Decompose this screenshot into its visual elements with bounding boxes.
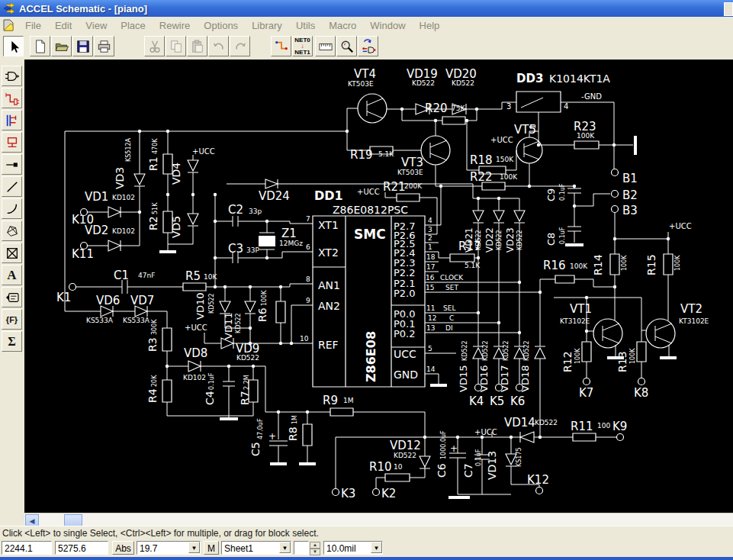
menu-macro[interactable]: Macro — [322, 18, 363, 33]
spinner-field[interactable] — [294, 541, 309, 555]
terminal-circle — [475, 385, 482, 391]
rename-nets-button[interactable]: NET0 ↓ NET1 — [292, 36, 313, 56]
schematic-label: 1M — [343, 397, 354, 404]
place-wire-tool-button[interactable] — [2, 88, 22, 108]
schematic-label: KD522 — [235, 313, 242, 333]
menu-place[interactable]: Place — [114, 18, 153, 33]
schematic-label: VD22 — [484, 227, 495, 253]
schematic-label: K9 — [612, 420, 627, 433]
schematic-label: Z86E0812PSC — [333, 204, 408, 216]
zoom-button[interactable] — [336, 36, 357, 56]
schematic-label: 100K — [570, 262, 588, 270]
place-port-button[interactable] — [2, 132, 22, 153]
copy-button[interactable] — [166, 36, 186, 56]
open-file-button[interactable] — [51, 36, 72, 56]
window-button-clipped[interactable] — [724, 2, 733, 16]
schematic-label: 4 — [564, 102, 568, 111]
schematic-label: 2.2M — [243, 375, 250, 390]
net0-net1-icon: NET0 ↓ NET1 — [294, 37, 310, 56]
schematic-label: 12MGz — [279, 240, 303, 247]
schematic-label: KD522 — [516, 230, 523, 250]
place-field-button[interactable]: {F} — [2, 309, 22, 330]
grid-combo-arrow[interactable]: ▼ — [188, 542, 200, 553]
schematic-label: 47.0uF — [257, 418, 264, 439]
redo-button[interactable] — [230, 36, 250, 56]
junction-dot — [265, 220, 268, 223]
schematic-label: VD8 — [184, 346, 207, 360]
schematic-label: KD522 — [482, 340, 489, 361]
menu-file[interactable]: File — [18, 18, 48, 33]
select-tool-button[interactable] — [3, 36, 24, 56]
schematic-label: 5.1K — [378, 150, 394, 158]
schematic-label: R18 — [470, 153, 493, 167]
place-ref-point-button[interactable] — [2, 243, 22, 263]
place-macro-button[interactable]: Σ — [2, 331, 22, 352]
menu-help[interactable]: Help — [413, 18, 447, 33]
place-polygon-button[interactable] — [2, 220, 22, 241]
document-icon[interactable] — [2, 19, 15, 31]
schematic-label: VD11 — [223, 313, 234, 340]
place-wire-button[interactable] — [271, 36, 291, 56]
schematic-label: KD522 — [452, 79, 474, 87]
place-arc-button[interactable] — [2, 198, 22, 219]
cut-button[interactable] — [144, 36, 165, 56]
menu-rewire[interactable]: Rewire — [153, 18, 197, 33]
coord-y-field[interactable]: 5275.6 — [55, 541, 108, 555]
save-button[interactable] — [72, 36, 93, 56]
junction-dot — [214, 220, 217, 223]
text-tool-glyph: A — [7, 268, 16, 283]
junction-dot — [249, 327, 252, 330]
new-file-button[interactable] — [30, 36, 50, 56]
menu-window[interactable]: Window — [363, 18, 412, 33]
schematic-canvas[interactable]: VT4KT503EVD19KD522VD20KD522DD3K1014KT1A-… — [24, 60, 733, 513]
schematic-label: R5 — [185, 269, 201, 283]
menu-view[interactable]: View — [79, 18, 114, 33]
menu-edit[interactable]: Edit — [48, 18, 79, 33]
schematic-label: K7 — [579, 386, 593, 400]
schematic-label: +UCC — [357, 188, 380, 196]
place-pin-button[interactable] — [2, 154, 22, 175]
macro-button[interactable]: M — [204, 541, 219, 555]
sheet-combo-arrow[interactable]: ▼ — [279, 542, 291, 553]
schematic-label: 100K — [629, 348, 636, 364]
measure-button[interactable] — [315, 36, 336, 56]
terminal-circle — [373, 489, 380, 496]
coord-x-field[interactable]: 2244.1 — [2, 541, 52, 555]
schematic-label: K1 — [56, 291, 71, 304]
undo-button[interactable] — [208, 36, 229, 56]
wire-tool-icon — [275, 40, 288, 53]
pointer-icon — [7, 40, 21, 53]
schematic-label: 13 — [426, 324, 435, 332]
place-attribute-button[interactable] — [2, 287, 22, 307]
schematic-label: 14 — [426, 365, 436, 373]
floppy-icon — [76, 40, 90, 53]
print-button[interactable] — [94, 36, 114, 56]
spin-up-button[interactable]: ▲ — [310, 542, 320, 549]
junction-dot — [481, 436, 484, 439]
schematic-label: R8 — [287, 426, 299, 441]
paste-button[interactable] — [187, 36, 207, 56]
menu-utils[interactable]: Utils — [289, 18, 322, 33]
place-line-button[interactable] — [2, 176, 22, 197]
junction-dot — [227, 365, 230, 368]
junction-dot — [277, 410, 280, 414]
bind-nets-button[interactable] — [358, 36, 378, 56]
menu-library[interactable]: Library — [245, 18, 289, 33]
printer-icon — [97, 40, 111, 53]
line-width-combo-arrow[interactable]: ▼ — [371, 542, 382, 553]
schematic-label: K12 — [527, 473, 549, 487]
schematic-label: + — [450, 443, 458, 454]
abs-rel-button[interactable]: Abs — [112, 541, 134, 555]
place-bus-button[interactable] — [2, 110, 22, 130]
spin-down-button[interactable]: ▼ — [310, 549, 320, 555]
place-text-button[interactable]: A — [2, 265, 22, 285]
schematic-label: VD15 — [458, 365, 469, 392]
place-part-button[interactable] — [2, 66, 22, 86]
menu-options[interactable]: Options — [197, 18, 245, 33]
schematic-label: + — [268, 431, 276, 442]
window-frame-bottom — [0, 557, 733, 560]
horizontal-scrollbar[interactable]: ◀ — [24, 513, 733, 526]
schematic-label: KS512A — [125, 137, 132, 162]
schematic-label: 3 — [428, 226, 432, 233]
schematic-label: KD102 — [112, 227, 135, 235]
